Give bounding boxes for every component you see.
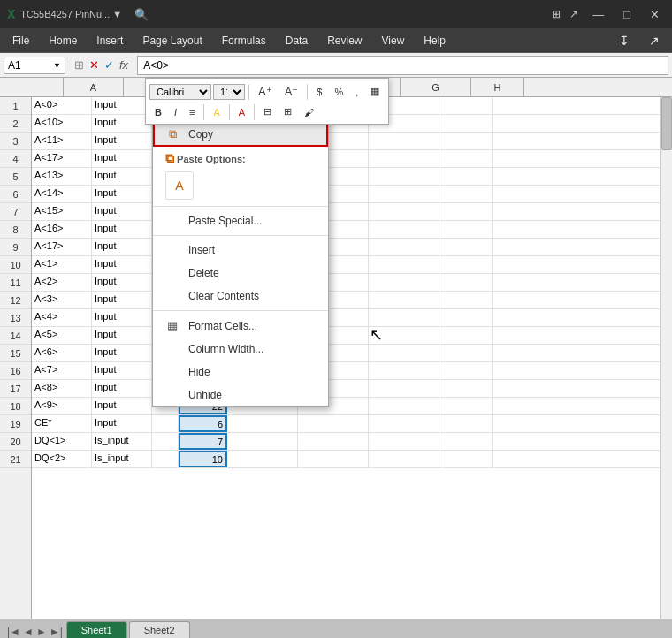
cell-g19[interactable]	[369, 415, 439, 432]
cell-d21[interactable]: 10	[179, 451, 227, 467]
menu-insert[interactable]: Insert	[88, 31, 132, 50]
dropdown-icon[interactable]: ▼	[53, 61, 61, 70]
cell-h20[interactable]	[439, 433, 493, 450]
cell-g17[interactable]	[369, 380, 439, 397]
row-header-8[interactable]: 8	[0, 221, 31, 239]
cell-g7[interactable]	[369, 203, 439, 220]
cell-b8[interactable]: Input	[92, 221, 152, 238]
ctx-format-cells[interactable]: ▦ Format Cells...	[153, 314, 328, 338]
cell-a17[interactable]: A<8>	[32, 380, 92, 397]
minimize-button[interactable]: —	[587, 6, 609, 23]
sheet-first-button[interactable]: |◄	[7, 626, 20, 638]
menu-extra1[interactable]: ↧	[610, 30, 638, 51]
cell-a6[interactable]: A<14>	[32, 186, 92, 202]
sheet-tab-sheet2[interactable]: Sheet2	[129, 621, 190, 638]
cell-g20[interactable]	[369, 433, 439, 450]
cell-a8[interactable]: A<16>	[32, 221, 92, 238]
cell-h8[interactable]	[439, 221, 493, 238]
row-header-19[interactable]: 19	[0, 415, 31, 433]
row-header-3[interactable]: 3	[0, 133, 31, 150]
cell-b15[interactable]: Input	[92, 345, 152, 361]
cell-a4[interactable]: A<17>	[32, 150, 92, 167]
row-header-11[interactable]: 11	[0, 274, 31, 292]
cell-g18[interactable]	[369, 398, 439, 414]
cell-b2[interactable]: Input	[92, 115, 152, 132]
row-header-7[interactable]: 7	[0, 203, 31, 221]
cell-h5[interactable]	[439, 168, 493, 185]
cell-a20[interactable]: DQ<1>	[32, 433, 92, 450]
cell-c21[interactable]	[152, 451, 179, 467]
cell-h4[interactable]	[439, 150, 493, 167]
sheet-prev-button[interactable]: ◄	[23, 626, 34, 638]
share-icon[interactable]: ↗	[569, 8, 578, 20]
cell-h7[interactable]	[439, 203, 493, 220]
cell-g12[interactable]	[369, 292, 439, 308]
ctx-hide[interactable]: Hide	[153, 361, 328, 384]
row-header-9[interactable]: 9	[0, 239, 31, 256]
cell-d19[interactable]: 6	[179, 415, 227, 432]
col-header-g[interactable]: G	[401, 78, 471, 96]
cell-b11[interactable]: Input	[92, 274, 152, 291]
row-header-13[interactable]: 13	[0, 309, 31, 327]
cell-b7[interactable]: Input	[92, 203, 152, 220]
cell-b3[interactable]: Input	[92, 133, 152, 149]
ctx-clear[interactable]: Clear Contents	[153, 285, 328, 308]
cell-g3[interactable]	[369, 133, 439, 149]
cell-b17[interactable]: Input	[92, 380, 152, 397]
ctx-paste-special[interactable]: Paste Special...	[153, 209, 328, 232]
cell-a15[interactable]: A<6>	[32, 345, 92, 361]
cell-h9[interactable]	[439, 239, 493, 255]
font-grow-button[interactable]: A⁺	[253, 82, 278, 101]
cancel-icon[interactable]: ✕	[89, 58, 99, 72]
cell-a19[interactable]: CE*	[32, 415, 92, 432]
cell-g10[interactable]	[369, 256, 439, 273]
cell-h17[interactable]	[439, 380, 493, 397]
cell-b14[interactable]: Input	[92, 327, 152, 344]
cell-b20[interactable]: Is_input	[92, 433, 152, 450]
cell-h18[interactable]	[439, 398, 493, 414]
cell-h15[interactable]	[439, 345, 493, 361]
col-header-a[interactable]: A	[64, 78, 124, 96]
cell-g4[interactable]	[369, 150, 439, 167]
cell-h3[interactable]	[439, 133, 493, 149]
cell-g21[interactable]	[369, 451, 439, 467]
cell-h19[interactable]	[439, 415, 493, 432]
cell-b4[interactable]: Input	[92, 150, 152, 167]
format-brush[interactable]: 🖌	[299, 104, 319, 120]
cell-a21[interactable]: DQ<2>	[32, 451, 92, 467]
cell-h16[interactable]	[439, 362, 493, 379]
ribbon-icon[interactable]: ⊞	[552, 8, 561, 20]
cell-h21[interactable]	[439, 451, 493, 467]
font-size-selector[interactable]: 11	[213, 84, 245, 100]
cell-e21[interactable]	[227, 451, 298, 467]
font-shrink-button[interactable]: A⁻	[279, 82, 304, 101]
menu-review[interactable]: Review	[318, 31, 370, 50]
cell-a16[interactable]: A<7>	[32, 362, 92, 379]
row-header-5[interactable]: 5	[0, 168, 31, 186]
cell-b1[interactable]: Input	[92, 97, 152, 114]
cell-b5[interactable]: Input	[92, 168, 152, 185]
paste-button-a[interactable]: A	[165, 171, 194, 200]
row-header-6[interactable]: 6	[0, 186, 31, 203]
cell-g6[interactable]	[369, 186, 439, 202]
row-header-16[interactable]: 16	[0, 362, 31, 380]
sheet-last-button[interactable]: ►|	[50, 626, 63, 638]
border-button[interactable]: ⊟	[258, 103, 277, 120]
cell-h6[interactable]	[439, 186, 493, 202]
cell-c20[interactable]	[152, 433, 179, 450]
cell-a10[interactable]: A<1>	[32, 256, 92, 273]
cell-g9[interactable]	[369, 239, 439, 255]
cell-h13[interactable]	[439, 309, 493, 326]
row-header-18[interactable]: 18	[0, 398, 31, 415]
formula-input[interactable]	[137, 56, 668, 75]
menu-view[interactable]: View	[373, 31, 414, 50]
cell-b12[interactable]: Input	[92, 292, 152, 308]
menu-formulas[interactable]: Formulas	[213, 31, 275, 50]
close-button[interactable]: ✕	[645, 6, 665, 23]
cell-a2[interactable]: A<10>	[32, 115, 92, 132]
table-button[interactable]: ▦	[365, 83, 385, 100]
row-header-21[interactable]: 21	[0, 451, 31, 468]
cell-a3[interactable]: A<11>	[32, 133, 92, 149]
cell-a12[interactable]: A<3>	[32, 292, 92, 308]
cell-a14[interactable]: A<5>	[32, 327, 92, 344]
